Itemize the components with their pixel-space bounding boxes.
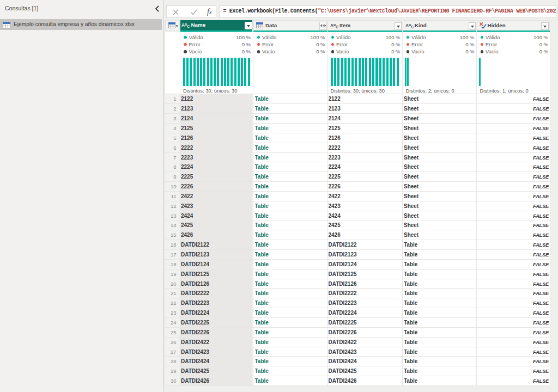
svg-text:C: C xyxy=(187,24,190,28)
svg-text:C: C xyxy=(336,25,338,29)
svg-text:C: C xyxy=(411,25,414,29)
